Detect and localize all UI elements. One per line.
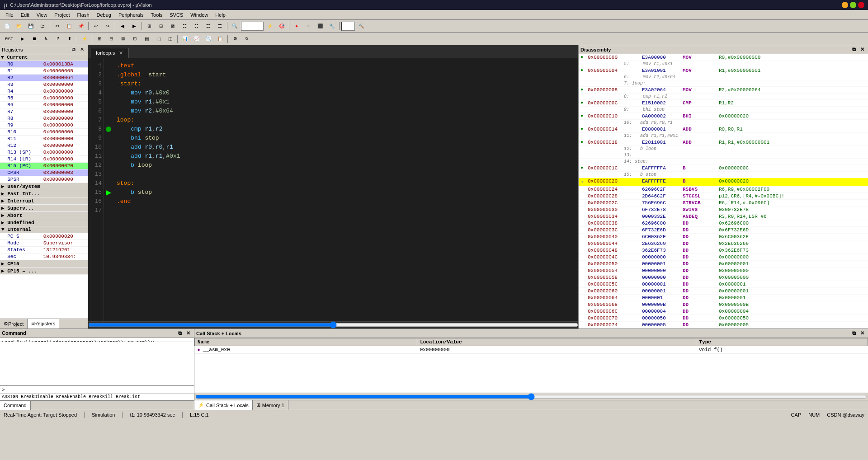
tab-registers[interactable]: ≡ Registers <box>28 319 59 329</box>
btn-d[interactable]: ☷ <box>179 21 190 31</box>
disasm-row-40[interactable]: 0x00000040 6C00362E DD 0x6C00362E <box>579 234 868 240</box>
disasm-row-30[interactable]: 0x00000030 6F732E78 SWIVS 0x00732E78 <box>579 207 868 213</box>
reg-group-interrupt[interactable]: ▶ Interrupt <box>0 197 88 205</box>
menu-debug[interactable]: Debug <box>93 11 115 19</box>
callstack-scrollbar[interactable] <box>194 393 868 400</box>
disasm-row-c[interactable]: ● 0x0000000C E1510002 CMP R1,R2 <box>579 100 868 107</box>
extra2-btn[interactable]: ⛭ <box>241 34 252 44</box>
disasm-row-4[interactable]: ● 0x00000004 E3A01001 MOV R1,#0x00000001 <box>579 67 868 74</box>
anal2-btn[interactable]: 📈 <box>191 34 202 44</box>
reg-group-cp15[interactable]: ▶ CP15 <box>0 260 88 268</box>
reg-r0[interactable]: R0 0x000013BA <box>0 61 88 68</box>
reg-group-internal[interactable]: ▼ Internal <box>0 226 88 233</box>
goto-btn[interactable]: 🎯 <box>276 21 287 31</box>
command-input[interactable] <box>6 387 192 392</box>
btn-f[interactable]: ☷ <box>203 21 213 31</box>
registers-float-btn[interactable]: ⧉ <box>70 47 77 52</box>
callstack-row-0[interactable]: ◆ __asm_0x0 0x00000000 void f() <box>195 346 868 354</box>
extra1-btn[interactable]: ⚙ <box>230 34 241 44</box>
paste-btn[interactable]: 📌 <box>75 21 86 31</box>
view4-btn[interactable]: ⊡ <box>129 34 140 44</box>
tab-project[interactable]: ⚙ Project <box>0 319 28 329</box>
open-btn[interactable]: 📂 <box>14 21 24 31</box>
anal1-btn[interactable]: 📊 <box>179 34 190 44</box>
collapse-icon[interactable]: ▼ <box>1 55 4 60</box>
disasm-row-20-current[interactable]: ➔ 0x00000020 EAFFFFFE B 0x00000020 <box>579 178 868 186</box>
run2-btn[interactable]: ▶ <box>17 34 28 44</box>
save-btn[interactable]: 💾 <box>25 21 36 31</box>
menu-flash[interactable]: Flash <box>74 11 93 19</box>
disasm-row-6c[interactable]: 0x0000006C 00000004 DD 0x00000004 <box>579 308 868 315</box>
command-float-btn[interactable]: ⧉ <box>176 330 184 336</box>
reg-r6[interactable]: R6 0x00000000 <box>0 102 88 108</box>
disasm-row-24[interactable]: 0x00000024 62696C2F RSBVS R6,R9,#0x00002… <box>579 186 868 193</box>
disasm-row-48[interactable]: 0x00000048 362E6F73 DD 0x362E6F73 <box>579 247 868 254</box>
callstack-float-btn[interactable]: ⧉ <box>850 330 858 336</box>
step4-btn[interactable]: ↱ <box>52 34 63 44</box>
step5-btn[interactable]: ⬆ <box>64 34 75 44</box>
view5-btn[interactable]: ▤ <box>141 34 152 44</box>
reg-group-cp15b[interactable]: ▶ CP15 – ... <box>0 268 88 275</box>
tab-command[interactable]: Command <box>0 401 31 410</box>
disasm-row-74[interactable]: 0x00000074 00000005 DD 0x00000005 <box>579 322 868 329</box>
editor-scrollbar[interactable] <box>88 321 578 329</box>
view1-btn[interactable]: ⊞ <box>94 34 105 44</box>
disasm-row-68[interactable]: 0x00000068 0000000B DD 0x0000000B <box>579 301 868 308</box>
anal4-btn[interactable]: 📋 <box>215 34 226 44</box>
disasm-row-4c[interactable]: 0x0000004C 00000000 DD 0x00000000 <box>579 254 868 261</box>
disasm-row-54[interactable]: 0x00000054 00000000 DD 0x00000000 <box>579 268 868 274</box>
disasm-row-0[interactable]: ● 0x00000000 E3A00000 MOV R0,#0x00000000 <box>579 54 868 61</box>
menu-project[interactable]: Project <box>51 11 73 19</box>
redo-btn[interactable]: ↪ <box>102 21 113 31</box>
menu-help[interactable]: Help <box>212 11 229 19</box>
reg-r4[interactable]: R4 0x00000000 <box>0 88 88 95</box>
reg-r15[interactable]: R15 (PC) 0x00000020 <box>0 163 88 169</box>
new-btn[interactable]: 📄 <box>2 21 13 31</box>
code-editor[interactable]: .text .global _start _start: mov r0,#0x0… <box>113 58 578 321</box>
callstack-hscroll[interactable] <box>195 394 867 399</box>
callstack-close-btn[interactable]: ✕ <box>859 330 866 336</box>
step2-btn[interactable]: ⏹ <box>29 34 40 44</box>
reg-r12[interactable]: R12 0x00000000 <box>0 142 88 149</box>
menu-tools[interactable]: Tools <box>147 11 166 19</box>
open2-btn[interactable]: 🔍 <box>229 21 240 31</box>
reg-r11[interactable]: R11 0x00000000 <box>0 136 88 142</box>
reg-group-abort[interactable]: ▶ Abort <box>0 212 88 219</box>
nav-back-btn[interactable]: ◀ <box>117 21 128 31</box>
menu-svcs[interactable]: SVCS <box>166 11 187 19</box>
btn-a[interactable]: ⊞ <box>144 21 155 31</box>
reg-r9[interactable]: R9 0x00000000 <box>0 122 88 129</box>
editor-tab-forloop[interactable]: forloop.s ✕ <box>90 48 129 58</box>
reg-spsr[interactable]: SPSR 0x00000000 <box>0 176 88 183</box>
disasm-row-60[interactable]: 0x00000060 00000001 DD 0x00000001 <box>579 288 868 295</box>
reg-group-superv[interactable]: ▶ Superv... <box>0 205 88 212</box>
disasm-row-28[interactable]: 0x00000028 2D646C2F STCCSL p12,CR6,[R4,#… <box>579 193 868 200</box>
tab-callstack-locals[interactable]: ⚡ Call Stack + Locals <box>194 400 253 410</box>
reg-group-fastint[interactable]: ▶ Fast Int... <box>0 190 88 197</box>
reg-r2[interactable]: R2 0x00000064 <box>0 75 88 81</box>
disasm-row-64[interactable]: 0x00000064 0000001 DD 0x0000001 <box>579 295 868 301</box>
wrench-btn[interactable]: 🔨 <box>356 21 367 31</box>
disasm-row-14[interactable]: ● 0x00000014 E0800001 ADD R0,R0,R1 <box>579 126 868 133</box>
reg-r14[interactable]: R14 (LR) 0x00000000 <box>0 156 88 163</box>
registers-close-btn[interactable]: ✕ <box>78 47 86 52</box>
btn-b[interactable]: ⊟ <box>156 21 166 31</box>
reg-group-usersystem[interactable]: ▶ User/System <box>0 183 88 190</box>
disasm-row-18[interactable]: ● 0x00000018 E2811001 ADD R1,R1,#0x00000… <box>579 139 868 146</box>
cmd-btn[interactable]: ⚡ <box>79 34 90 44</box>
disasm-row-1c[interactable]: ● 0x0000001C EAFFFFFA B 0x0000000C <box>579 165 868 172</box>
disasm-row-50[interactable]: 0x00000050 00000001 DD 0x00000001 <box>579 261 868 268</box>
minimize-button[interactable] <box>842 2 848 8</box>
reg-r1[interactable]: R1 0x00000065 <box>0 68 88 75</box>
copy-btn[interactable]: 📋 <box>64 21 75 31</box>
menu-window[interactable]: Window <box>187 11 212 19</box>
disasm-row-10[interactable]: ● 0x00000010 8A000002 BHI 0x00000020 <box>579 113 868 120</box>
disasm-close-btn[interactable]: ✕ <box>859 47 866 52</box>
step-btn[interactable]: ○ <box>303 21 314 31</box>
stop-btn[interactable]: ⬛ <box>315 21 326 31</box>
debug-btn[interactable]: 🔧 <box>326 21 337 31</box>
reg-r3[interactable]: R3 0x00000000 <box>0 81 88 88</box>
view2-btn[interactable]: ⊟ <box>106 34 117 44</box>
close-button[interactable] <box>858 2 864 8</box>
reg-r5[interactable]: R5 0x00000000 <box>0 95 88 102</box>
